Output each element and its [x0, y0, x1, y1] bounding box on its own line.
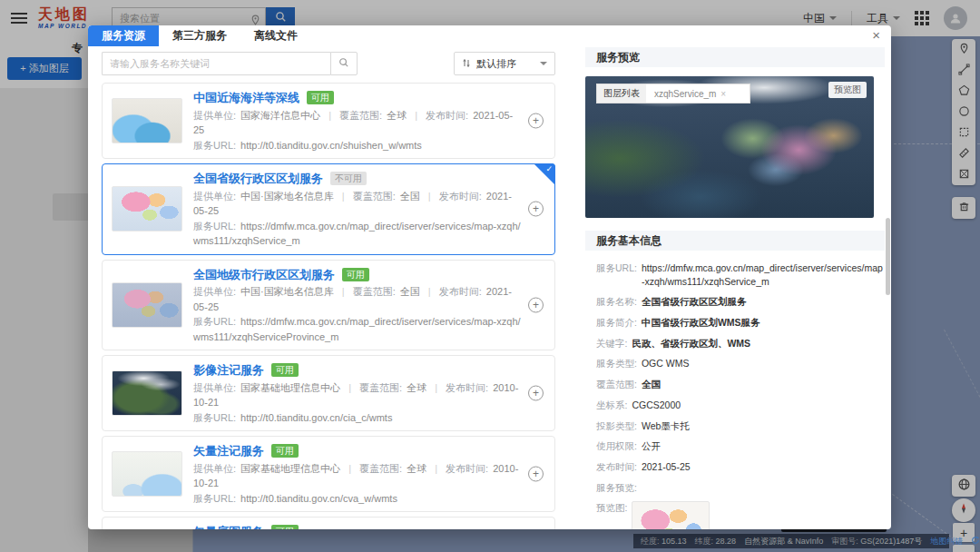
info-rows: 服务URL: https://dmfw.mca.gov.cn/map_direc… [585, 251, 885, 529]
info-value: Web墨卡托 [642, 419, 690, 433]
selected-check-icon: ✓ [534, 163, 555, 185]
service-card-body: 矢量底图服务 可用 提供单位:国家基础地理信息中心 | 覆盖范围:全球 | 发布… [193, 523, 524, 529]
add-service-icon[interactable]: + [528, 386, 544, 401]
service-url: 服务URL:http://t0.tianditu.gov.cn/shuishen… [193, 138, 524, 153]
info-label: 服务预览: [596, 481, 637, 495]
info-label: 投影类型: [596, 419, 637, 433]
service-coverage: 全球 [407, 463, 426, 474]
info-value: 公开 [642, 439, 661, 453]
search-icon [338, 57, 349, 71]
tab-third-party-services[interactable]: 第三方服务 [159, 25, 240, 46]
info-row: 关键字: 民政、省级行政区划、WMS [596, 337, 885, 350]
status-badge: 可用 [271, 525, 299, 529]
info-value: CGCS2000 [632, 399, 681, 412]
info-row: 预览图: [596, 501, 885, 529]
info-value: OGC WMS [642, 357, 690, 370]
info-label: 覆盖范围: [596, 378, 637, 391]
service-card[interactable]: 中国近海海洋等深线 可用 提供单位:国家海洋信息中心 | 覆盖范围:全球 | 发… [102, 83, 555, 159]
add-service-icon[interactable]: + [528, 113, 544, 129]
sort-dropdown[interactable]: 默认排序 [454, 52, 555, 75]
info-value: 民政、省级行政区划、WMS [632, 337, 750, 350]
status-badge: 可用 [271, 444, 299, 458]
layer-chip[interactable]: xzqhService_m × [646, 84, 750, 103]
service-provider: 国家基础地理信息中心 [240, 382, 340, 393]
info-label: 服务简介: [596, 316, 637, 330]
service-card[interactable]: 矢量注记服务 可用 提供单位:国家基础地理信息中心 | 覆盖范围:全球 | 发布… [102, 436, 555, 512]
sort-label: 默认排序 [476, 57, 534, 71]
tab-service-resources[interactable]: 服务资源 [88, 25, 159, 46]
info-label: 服务类型: [596, 357, 637, 370]
service-url: 服务URL:https://dmfw.mca.gov.cn/map_direct… [193, 219, 524, 249]
service-coverage: 全球 [387, 110, 407, 121]
info-row: 服务简介: 中国省级行政区划WMS服务 [596, 316, 885, 330]
info-row: 覆盖范围: 全国 [596, 378, 885, 391]
info-label: 关键字: [596, 337, 627, 350]
service-url: 服务URL:https://dmfw.mca.gov.cn/map_direct… [193, 314, 524, 344]
service-list-column: 默认排序 中国近海海洋等深线 可用 提供单位:国家海洋信息中心 | 覆盖范围:全… [102, 52, 555, 529]
add-service-icon[interactable]: + [528, 467, 544, 482]
service-title[interactable]: 矢量注记服务 [193, 442, 264, 460]
service-list: 中国近海海洋等深线 可用 提供单位:国家海洋信息中心 | 覆盖范围:全球 | 发… [102, 83, 555, 529]
preview-image-button[interactable]: 预览图 [828, 82, 867, 98]
info-preview-thumbnail [632, 501, 710, 529]
service-title[interactable]: 中国近海海洋等深线 [193, 89, 299, 107]
info-row: 使用权限: 公开 [596, 439, 885, 453]
service-title[interactable]: 全国省级行政区区划服务 [193, 170, 323, 188]
status-badge: 可用 [271, 363, 299, 377]
service-card-body: 全国省级行政区区划服务 不可用 提供单位:中国·国家地名信息库 | 覆盖范围:全… [193, 170, 524, 249]
info-row: 服务预览: [596, 481, 885, 495]
service-search-input[interactable] [102, 52, 330, 75]
service-search-row: 默认排序 [102, 52, 555, 75]
service-thumbnail [112, 451, 182, 497]
info-section-title: 服务基本信息 [596, 233, 662, 249]
add-service-icon[interactable]: + [528, 202, 544, 217]
status-badge: 不可用 [330, 172, 367, 185]
service-thumbnail [112, 282, 182, 328]
add-service-icon[interactable]: + [528, 297, 544, 312]
info-label: 预览图: [596, 501, 627, 515]
service-coverage: 全国 [400, 191, 420, 202]
preview-section-title: 服务预览 [596, 50, 640, 65]
status-badge: 可用 [342, 268, 369, 281]
service-resource-dialog: 服务资源 第三方服务 离线文件 × 默认排序 [88, 25, 891, 529]
chip-close-icon[interactable]: × [720, 89, 726, 99]
service-card-body: 全国地级市行政区区划服务 可用 提供单位:中国·国家地名信息库 | 覆盖范围:全… [193, 266, 524, 345]
service-meta: 提供单位:中国·国家地名信息库 | 覆盖范围:全国 | 发布时间:2021-05… [193, 189, 524, 219]
service-card[interactable]: 全国省级行政区区划服务 不可用 提供单位:中国·国家地名信息库 | 覆盖范围:全… [102, 163, 555, 255]
service-provider: 中国·国家地名信息库 [240, 191, 334, 202]
service-thumbnail [112, 370, 182, 416]
service-title[interactable]: 全国地级市行政区区划服务 [193, 266, 335, 284]
close-icon[interactable]: × [872, 28, 880, 42]
service-meta: 提供单位:国家基础地理信息中心 | 覆盖范围:全球 | 发布时间:2010-10… [193, 461, 524, 491]
info-value: 全国 [642, 378, 661, 391]
service-card-body: 影像注记服务 可用 提供单位:国家基础地理信息中心 | 覆盖范围:全球 | 发布… [193, 361, 524, 425]
info-value: 全国省级行政区区划服务 [642, 295, 747, 309]
service-title[interactable]: 影像注记服务 [193, 361, 264, 380]
service-card[interactable]: 影像注记服务 可用 提供单位:国家基础地理信息中心 | 覆盖范围:全球 | 发布… [102, 355, 555, 431]
service-card-body: 中国近海海洋等深线 可用 提供单位:国家海洋信息中心 | 覆盖范围:全球 | 发… [193, 89, 524, 153]
service-search-button[interactable] [330, 52, 358, 75]
info-row: 发布时间: 2021-05-25 [596, 460, 885, 474]
dialog-scrollbar[interactable] [886, 218, 890, 295]
preview-section-header: 服务预览 [585, 47, 885, 67]
service-card[interactable]: 全国地级市行政区区划服务 可用 提供单位:中国·国家地名信息库 | 覆盖范围:全… [102, 260, 555, 351]
service-card[interactable]: 矢量底图服务 可用 提供单位:国家基础地理信息中心 | 覆盖范围:全球 | 发布… [102, 517, 555, 529]
info-row: 服务URL: https://dmfw.mca.gov.cn/map_direc… [596, 261, 885, 288]
info-row: 投影类型: Web墨卡托 [596, 419, 885, 433]
service-preview-map[interactable]: 图层列表 xzqhService_m × 预览图 [585, 76, 874, 218]
info-label: 使用权限: [596, 439, 637, 453]
info-row: 坐标系: CGCS2000 [596, 399, 885, 412]
service-thumbnail [112, 186, 182, 232]
info-label: 服务名称: [596, 295, 637, 309]
service-card-body: 矢量注记服务 可用 提供单位:国家基础地理信息中心 | 覆盖范围:全球 | 发布… [193, 442, 524, 506]
info-row: 服务类型: OGC WMS [596, 357, 885, 370]
service-title[interactable]: 矢量底图服务 [193, 523, 264, 529]
info-label: 服务URL: [596, 261, 637, 275]
service-thumbnail [112, 98, 182, 143]
service-url: 服务URL:http://t0.tianditu.gov.cn/cia_c/wm… [193, 410, 524, 426]
tab-offline-files[interactable]: 离线文件 [240, 25, 311, 46]
layer-chip-name: xzqhService_m [654, 89, 716, 99]
service-provider: 国家基础地理信息中心 [240, 463, 340, 474]
service-provider: 中国·国家地名信息库 [240, 286, 334, 297]
info-value: 中国省级行政区划WMS服务 [642, 316, 760, 330]
